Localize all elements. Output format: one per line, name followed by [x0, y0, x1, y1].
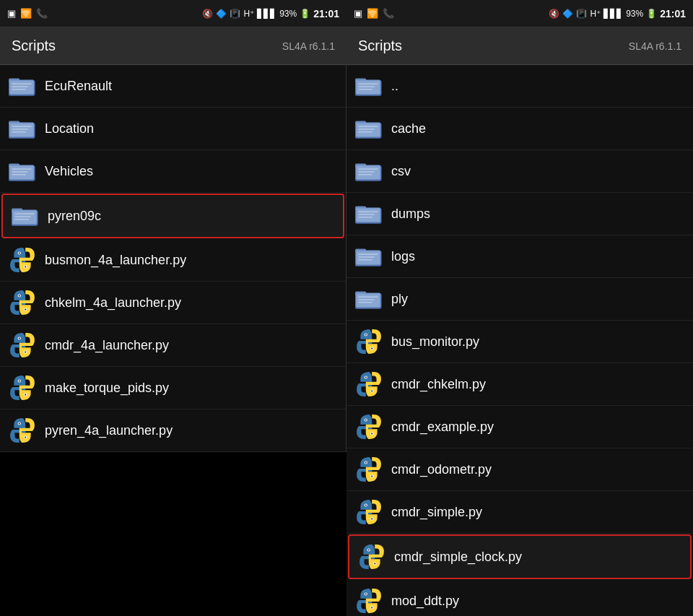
- file-name-label: csv: [391, 164, 411, 179]
- list-item[interactable]: cmdr_simple.py: [346, 491, 693, 534]
- left-status-bar: ▣ 🛜 📞 🔇 🔷 📳 H⁺ ▋▋▋ 93% 🔋 21:01: [0, 0, 346, 27]
- file-name-label: cmdr_odometr.py: [391, 462, 492, 477]
- svg-rect-72: [357, 209, 380, 222]
- folder-icon: [355, 72, 383, 100]
- file-name-label: cmdr_4a_launcher.py: [45, 338, 169, 353]
- folder-icon: [9, 72, 36, 100]
- right-app-version: SL4A r6.1.1: [629, 40, 681, 52]
- folder-icon: [355, 200, 383, 227]
- list-item[interactable]: make_torque_pids.py: [0, 367, 346, 409]
- svg-point-45: [19, 422, 20, 424]
- file-name-label: pyren09c: [48, 209, 101, 224]
- battery-text: 93%: [279, 9, 297, 19]
- mute-icon: 🔇: [202, 9, 213, 19]
- list-item[interactable]: cmdr_4a_launcher.py: [0, 324, 346, 367]
- right-mute-icon: 🔇: [549, 9, 559, 19]
- svg-point-43: [25, 394, 26, 395]
- svg-point-91: [365, 334, 367, 335]
- app-headers-row: Scripts SL4A r6.1.1 Scripts SL4A r6.1.1: [0, 27, 693, 65]
- svg-rect-86: [357, 294, 380, 307]
- folder-icon: [355, 285, 383, 313]
- python-icon: [9, 417, 36, 444]
- list-item[interactable]: pyren_4a_launcher.py: [0, 409, 346, 452]
- list-item[interactable]: cmdr_example.py: [346, 406, 693, 448]
- svg-point-111: [368, 549, 370, 550]
- right-app-header: Scripts SL4A r6.1.1: [346, 27, 693, 65]
- right-wifi-icon: 🛜: [367, 8, 378, 19]
- file-name-label: cmdr_example.py: [391, 420, 494, 435]
- list-item[interactable]: csv: [346, 150, 693, 193]
- file-name-label: bus_monitor.py: [391, 334, 479, 350]
- file-name-label: cmdr_chkelm.py: [391, 377, 486, 392]
- right-signal-h-icon: H⁺: [590, 9, 601, 19]
- folder-icon: [355, 157, 383, 185]
- right-status-bar: ▣ 🛜 📞 🔇 🔷 📳 H⁺ ▋▋▋ 93% 🔋 21:01: [346, 0, 693, 27]
- list-item[interactable]: Location: [0, 108, 346, 150]
- list-item[interactable]: bus_monitor.py: [346, 321, 693, 363]
- svg-rect-10: [10, 123, 33, 136]
- right-battery-text: 93%: [626, 9, 643, 19]
- python-icon: [9, 374, 36, 402]
- list-item[interactable]: Vehicles: [0, 150, 346, 193]
- file-name-label: Vehicles: [45, 164, 93, 179]
- file-name-label: logs: [391, 249, 415, 264]
- python-icon: [9, 246, 36, 274]
- file-name-label: mod_ddt.py: [391, 594, 459, 609]
- right-phone-icon: 📞: [383, 8, 394, 19]
- python-icon: [355, 328, 383, 355]
- list-item[interactable]: ..: [346, 65, 693, 108]
- right-sim-icon: ▣: [354, 8, 362, 19]
- file-name-label: EcuRenault: [45, 79, 112, 94]
- svg-rect-3: [10, 81, 33, 94]
- wifi-icon: 🛜: [20, 8, 32, 19]
- svg-rect-17: [10, 166, 33, 179]
- file-name-label: make_torque_pids.py: [45, 381, 169, 396]
- python-icon: [9, 331, 36, 359]
- list-item[interactable]: ply: [346, 278, 693, 321]
- file-name-label: pyren_4a_launcher.py: [45, 423, 173, 438]
- svg-rect-24: [13, 211, 36, 224]
- left-status-left-icons: ▣ 🛜 📞: [7, 8, 48, 19]
- list-item[interactable]: mod_ddt.py: [346, 580, 693, 616]
- list-item[interactable]: cmdr_chkelm.py: [346, 363, 693, 406]
- svg-point-33: [19, 295, 20, 296]
- svg-rect-58: [357, 123, 380, 136]
- list-item[interactable]: cmdr_simple_clock.py: [348, 534, 692, 579]
- svg-point-105: [371, 475, 372, 477]
- svg-point-35: [25, 308, 26, 310]
- right-status-left-icons: ▣ 🛜 📞: [354, 8, 394, 19]
- right-bt-icon: 🔷: [562, 9, 573, 19]
- left-panel: EcuRenault Location Vehicles pyren09c: [0, 65, 346, 452]
- folder-icon: [355, 243, 383, 270]
- file-name-label: busmon_4a_launcher.py: [45, 253, 186, 268]
- list-item[interactable]: cache: [346, 108, 693, 150]
- phone-icon: 📞: [36, 8, 48, 19]
- sim-icon: ▣: [7, 8, 16, 19]
- signal-bars-icon: ▋▋▋: [257, 9, 276, 19]
- python-icon: [358, 543, 385, 571]
- left-file-list[interactable]: EcuRenault Location Vehicles pyren09c: [0, 65, 346, 452]
- file-name-label: cmdr_simple.py: [391, 505, 482, 520]
- list-item[interactable]: dumps: [346, 193, 693, 235]
- signal-h-icon: H⁺: [243, 9, 254, 19]
- left-status-right-icons: 🔇 🔷 📳 H⁺ ▋▋▋ 93% 🔋 21:01: [202, 8, 339, 19]
- list-item[interactable]: cmdr_odometr.py: [346, 448, 693, 491]
- list-item[interactable]: chkelm_4a_launcher.py: [0, 282, 346, 324]
- list-item[interactable]: busmon_4a_launcher.py: [0, 239, 346, 282]
- svg-point-115: [365, 593, 367, 594]
- time-left: 21:01: [313, 8, 339, 19]
- file-name-label: chkelm_4a_launcher.py: [45, 295, 181, 311]
- file-name-label: cache: [391, 121, 426, 136]
- list-item[interactable]: EcuRenault: [0, 65, 346, 108]
- right-status-right-icons: 🔇 🔷 📳 H⁺ ▋▋▋ 93% 🔋 21:01: [549, 8, 686, 19]
- svg-point-99: [365, 419, 367, 420]
- right-file-list[interactable]: .. cache csv dumps logs: [346, 65, 693, 616]
- svg-point-107: [365, 504, 367, 506]
- folder-icon: [9, 157, 36, 185]
- file-name-label: ply: [391, 292, 408, 307]
- bt-icon: 🔷: [216, 9, 227, 19]
- vibrate-icon: 📳: [230, 9, 240, 19]
- list-item[interactable]: logs: [346, 235, 693, 278]
- left-app-header: Scripts SL4A r6.1.1: [0, 27, 346, 65]
- list-item[interactable]: pyren09c: [1, 194, 344, 238]
